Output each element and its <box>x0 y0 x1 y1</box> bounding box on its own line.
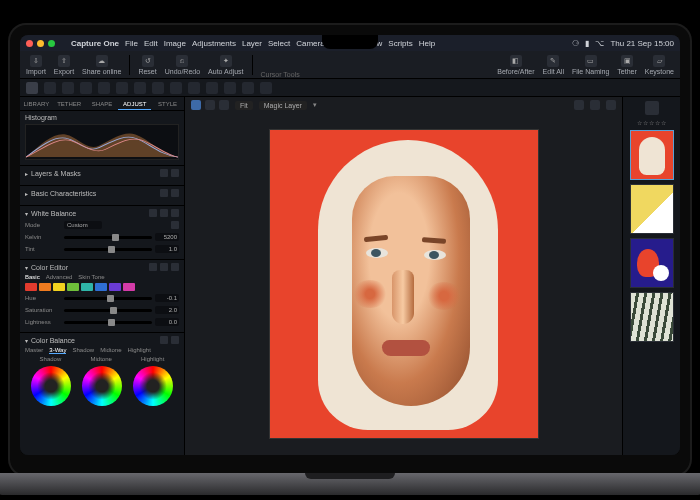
zoom-fit[interactable]: Fit <box>235 101 253 110</box>
menu-adjustments[interactable]: Adjustments <box>192 39 236 48</box>
highlight-wheel[interactable] <box>133 366 173 406</box>
thumb-abstract-egg[interactable] <box>630 238 674 288</box>
close-icon[interactable] <box>26 40 33 47</box>
eraser-tool[interactable] <box>170 82 182 94</box>
reset-icon[interactable] <box>160 336 168 344</box>
tether-button[interactable]: ▣Tether <box>617 55 636 75</box>
maximize-icon[interactable] <box>48 40 55 47</box>
menubar-clock[interactable]: Thu 21 Sep 15:00 <box>610 39 674 48</box>
ce-tab-basic[interactable]: Basic <box>25 274 40 280</box>
picker-tool[interactable] <box>224 82 236 94</box>
swatch-orange[interactable] <box>39 283 51 291</box>
viewer-grid-icon[interactable] <box>219 100 229 110</box>
cb-tab-shadow[interactable]: Shadow <box>72 347 94 354</box>
tint-value[interactable]: 1.0 <box>155 245 179 253</box>
brush-tool[interactable] <box>152 82 164 94</box>
window-traffic-lights[interactable] <box>26 40 55 47</box>
annotate-tool[interactable] <box>242 82 254 94</box>
menu-file[interactable]: File <box>125 39 138 48</box>
control-center-icon[interactable]: ⌥ <box>595 39 604 48</box>
gradient-tool[interactable] <box>188 82 200 94</box>
hand-tool[interactable] <box>44 82 56 94</box>
browser-tool-icon[interactable] <box>645 101 659 115</box>
menu-layer[interactable]: Layer <box>242 39 262 48</box>
share-button[interactable]: ☁Share online <box>82 55 121 75</box>
midtone-wheel[interactable] <box>82 366 122 406</box>
kelvin-slider[interactable] <box>64 236 152 239</box>
ce-tab-skin[interactable]: Skin Tone <box>78 274 104 280</box>
chevron-down-icon[interactable]: ▾ <box>313 101 317 109</box>
eyedropper-icon[interactable] <box>171 221 179 229</box>
tool-icon[interactable] <box>160 189 168 197</box>
swatch-yellow[interactable] <box>53 283 65 291</box>
edit-all-button[interactable]: ✎Edit All <box>543 55 564 75</box>
cb-tab-3way[interactable]: 3-Way <box>49 347 66 354</box>
menu-icon[interactable] <box>171 336 179 344</box>
app-name-menu[interactable]: Capture One <box>71 39 119 48</box>
ce-tab-advanced[interactable]: Advanced <box>46 274 73 280</box>
tab-style[interactable]: STYLE <box>151 97 184 110</box>
zoom-tool[interactable] <box>62 82 74 94</box>
swatch-magenta[interactable] <box>123 283 135 291</box>
swatch-red[interactable] <box>25 283 37 291</box>
swatch-purple[interactable] <box>109 283 121 291</box>
cb-tab-highlight[interactable]: Highlight <box>128 347 151 354</box>
sat-slider[interactable] <box>64 309 152 312</box>
menu-icon[interactable] <box>171 263 179 271</box>
thumb-portrait-hood[interactable] <box>630 130 674 180</box>
cb-tab-master[interactable]: Master <box>25 347 43 354</box>
layers-section[interactable]: Layers & Masks <box>20 166 184 186</box>
tab-adjust[interactable]: ADJUST <box>118 97 151 110</box>
menu-image[interactable]: Image <box>164 39 186 48</box>
menu-camera[interactable]: Camera <box>296 39 324 48</box>
softproof-icon[interactable] <box>590 100 600 110</box>
rating-stars[interactable]: ☆☆☆☆☆ <box>637 119 667 126</box>
swatch-blue[interactable] <box>95 283 107 291</box>
hue-value[interactable]: -0.1 <box>155 294 179 302</box>
rotate-tool[interactable] <box>98 82 110 94</box>
tab-tether[interactable]: TETHER <box>53 97 86 110</box>
wb-mode-select[interactable]: Custom <box>64 221 102 229</box>
menu-icon[interactable] <box>171 169 179 177</box>
kelvin-value[interactable]: 5200 <box>155 233 179 241</box>
light-value[interactable]: 0.0 <box>155 318 179 326</box>
viewer-multi-icon[interactable] <box>205 100 215 110</box>
cb-tab-midtone[interactable]: Midtone <box>100 347 121 354</box>
shadow-wheel[interactable] <box>31 366 71 406</box>
keystone-button[interactable]: ▱Keystone <box>645 55 674 75</box>
keystone-tool[interactable] <box>116 82 128 94</box>
overlay-tool[interactable] <box>260 82 272 94</box>
file-naming-button[interactable]: ▭File Naming <box>572 55 609 75</box>
proof-icon[interactable] <box>574 100 584 110</box>
tint-slider[interactable] <box>64 248 152 251</box>
export-button[interactable]: ⇧Export <box>54 55 74 75</box>
thumb-green-stripes[interactable] <box>630 292 674 342</box>
auto-adjust-button[interactable]: ✦Auto Adjust <box>208 55 243 75</box>
tab-shape[interactable]: SHAPE <box>86 97 119 110</box>
minimize-icon[interactable] <box>37 40 44 47</box>
menu-select[interactable]: Select <box>268 39 290 48</box>
eyedropper-icon[interactable] <box>149 263 157 271</box>
spot-tool[interactable] <box>134 82 146 94</box>
hue-slider[interactable] <box>64 297 152 300</box>
reset-icon[interactable] <box>160 209 168 217</box>
main-image[interactable] <box>269 129 539 439</box>
menu-icon[interactable] <box>171 189 179 197</box>
sat-value[interactable]: 2.0 <box>155 306 179 314</box>
import-button[interactable]: ⇩Import <box>26 55 46 75</box>
active-layer[interactable]: Magic Layer <box>259 101 307 110</box>
light-slider[interactable] <box>64 321 152 324</box>
tab-library[interactable]: LIBRARY <box>20 97 53 110</box>
menu-help[interactable]: Help <box>419 39 435 48</box>
wifi-icon[interactable]: ⚆ <box>572 39 579 48</box>
warning-icon[interactable] <box>606 100 616 110</box>
crop-tool[interactable] <box>80 82 92 94</box>
tool-icon[interactable] <box>160 169 168 177</box>
swatch-green[interactable] <box>67 283 79 291</box>
battery-icon[interactable]: ▮ <box>585 39 589 48</box>
viewer-single-icon[interactable] <box>191 100 201 110</box>
canvas[interactable] <box>185 113 622 455</box>
radial-tool[interactable] <box>206 82 218 94</box>
thumb-yellow-bag[interactable] <box>630 184 674 234</box>
reset-button[interactable]: ↺Reset <box>138 55 156 75</box>
